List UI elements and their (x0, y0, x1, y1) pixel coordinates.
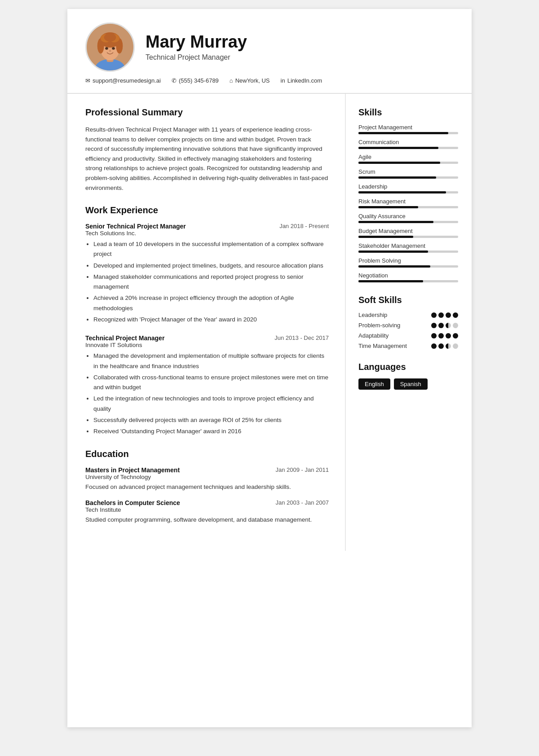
skill-bar-fill (358, 176, 436, 179)
skill-name: Quality Assurance (358, 213, 458, 220)
edu-date: Jan 2003 - Jan 2007 (275, 499, 329, 506)
contact-bar: ✉ support@resumedesign.ai ✆ (555) 345-67… (85, 77, 454, 84)
edu-degree: Bachelors in Computer Science (85, 499, 180, 506)
job-title: Technical Project Manager (85, 334, 164, 342)
bullet-item: Lead a team of 10 developers in the succ… (93, 239, 329, 259)
skill-bar-bg (358, 191, 458, 193)
bullet-item: Successfully delivered projects with an … (93, 415, 329, 425)
soft-skill-name: Leadership (358, 312, 387, 318)
skill-item: Stakeholder Management (358, 242, 458, 253)
skill-bar-bg (358, 251, 458, 253)
contact-phone: ✆ (555) 345-6789 (172, 77, 219, 84)
candidate-title: Technical Project Manager (146, 53, 454, 62)
left-column: Professional Summary Results-driven Tech… (67, 94, 346, 551)
languages-section: Languages English Spanish (358, 362, 458, 390)
experience-title: Work Experience (85, 205, 329, 217)
avatar (85, 22, 135, 72)
bullet-item: Managed the development and implementati… (93, 351, 329, 371)
dots-container (431, 333, 458, 338)
skill-item: Agile (358, 154, 458, 164)
skill-bar-fill (358, 236, 413, 238)
skill-bar-fill (358, 280, 423, 282)
skill-bar-bg (358, 280, 458, 282)
skill-name: Leadership (358, 183, 458, 190)
skill-bar-fill (358, 132, 448, 134)
dot-filled (431, 312, 437, 318)
resume-container: Mary Murray Technical Project Manager ✉ … (67, 9, 472, 727)
edu-degree: Masters in Project Management (85, 466, 180, 474)
edu-school: University of Technology (85, 474, 329, 480)
location-icon: ⌂ (230, 77, 233, 84)
edu-item: Bachelors in Computer Science Jan 2003 -… (85, 499, 329, 525)
skill-item: Scrum (358, 168, 458, 179)
skills-list: Project Management Communication Agile S… (358, 124, 458, 282)
svg-point-10 (105, 47, 108, 50)
skill-bar-bg (358, 147, 458, 149)
skill-name: Scrum (358, 168, 458, 175)
dot-empty (453, 343, 458, 349)
right-column: Skills Project Management Communication … (346, 94, 472, 551)
skill-item: Negotiation (358, 272, 458, 282)
phone-icon: ✆ (172, 77, 177, 84)
bullet-item: Achieved a 20% increase in project effic… (93, 293, 329, 313)
dot-half (446, 323, 451, 328)
job-item: Technical Project Manager Jun 2013 - Dec… (85, 334, 329, 436)
skill-item: Risk Management (358, 198, 458, 208)
education-section: Education Masters in Project Management … (85, 449, 329, 524)
header-info: Mary Murray Technical Project Manager (146, 33, 454, 62)
bullet-item: Received 'Outstanding Project Manager' a… (93, 426, 329, 436)
skill-bar-bg (358, 236, 458, 238)
skill-bar-fill (358, 162, 440, 164)
skill-item: Problem Solving (358, 257, 458, 268)
resume-header: Mary Murray Technical Project Manager ✉ … (67, 9, 472, 94)
soft-skill-item: Adaptability (358, 332, 458, 339)
skill-bar-fill (358, 251, 428, 253)
education-title: Education (85, 449, 329, 461)
dot-filled (453, 333, 458, 338)
svg-point-12 (109, 50, 111, 52)
svg-point-9 (104, 33, 116, 42)
dot-empty (453, 323, 458, 328)
dots-container (431, 312, 458, 318)
bullet-item: Developed and implemented project timeli… (93, 261, 329, 271)
skill-bar-fill (358, 206, 418, 208)
skill-name: Problem Solving (358, 257, 458, 264)
edu-desc: Studied computer programming, software d… (85, 515, 329, 525)
skill-name: Communication (358, 139, 458, 145)
soft-skill-item: Leadership (358, 312, 458, 318)
skill-name: Negotiation (358, 272, 458, 279)
skill-item: Quality Assurance (358, 213, 458, 223)
edu-school: Tech Institute (85, 506, 329, 513)
job-item: Senior Technical Project Manager Jan 201… (85, 223, 329, 325)
job-bullets: Lead a team of 10 developers in the succ… (85, 239, 329, 325)
language-badge-spanish: Spanish (394, 378, 428, 390)
skill-bar-fill (358, 191, 446, 193)
language-badge-english: English (358, 378, 390, 390)
soft-skills-title: Soft Skills (358, 295, 458, 305)
dot-filled (438, 323, 444, 328)
edu-item: Masters in Project Management Jan 2009 -… (85, 466, 329, 492)
soft-skills-section: Soft Skills Leadership Problem-solving A… (358, 295, 458, 349)
skill-name: Risk Management (358, 198, 458, 205)
soft-skill-name: Adaptability (358, 332, 389, 339)
soft-skills-list: Leadership Problem-solving Adaptability … (358, 312, 458, 349)
dots-container (431, 343, 458, 349)
soft-skill-item: Time Management (358, 343, 458, 349)
summary-title: Professional Summary (85, 107, 329, 119)
skill-bar-fill (358, 265, 430, 268)
bullet-item: Led the integration of new technologies … (93, 394, 329, 414)
dot-filled (446, 333, 451, 338)
skill-bar-fill (358, 147, 438, 149)
soft-skill-name: Problem-solving (358, 322, 400, 329)
edu-date: Jan 2009 - Jan 2011 (275, 466, 329, 473)
dot-filled (438, 312, 444, 318)
dot-filled (431, 343, 437, 349)
dots-container (431, 323, 458, 328)
skill-item: Leadership (358, 183, 458, 193)
job-company: Tech Solutions Inc. (85, 230, 329, 237)
linkedin-icon: in (281, 77, 285, 84)
summary-text: Results-driven Technical Project Manager… (85, 125, 329, 193)
skill-bar-bg (358, 265, 458, 268)
skill-bar-bg (358, 221, 458, 223)
summary-section: Professional Summary Results-driven Tech… (85, 107, 329, 193)
